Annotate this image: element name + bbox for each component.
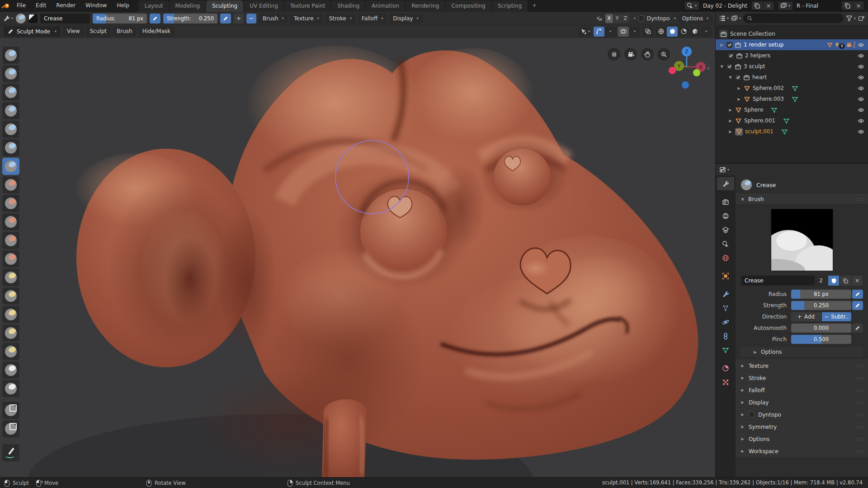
- brush-name-field[interactable]: Crease: [40, 14, 90, 23]
- tool-crease-brush[interactable]: [2, 158, 19, 175]
- blender-logo-icon[interactable]: [0, 3, 12, 9]
- gizmo-minus-x-ball[interactable]: [669, 67, 676, 74]
- disclosure-icon[interactable]: ▶: [728, 119, 733, 123]
- tool-smooth-brush[interactable]: [2, 176, 19, 193]
- copy-view-layer-icon[interactable]: [842, 1, 853, 10]
- panel-drag-grip[interactable]: ::::: [856, 197, 863, 202]
- scene-selector[interactable]: ▾ Day 02 - Delight ×: [684, 1, 774, 10]
- panel-drag-grip[interactable]: ::::: [856, 437, 863, 441]
- tab-shading[interactable]: Shading: [331, 0, 365, 12]
- eye-icon[interactable]: [858, 52, 864, 59]
- outliner-row-sphere-001[interactable]: ▶ Sphere.001: [716, 115, 868, 126]
- selectability-visibility-icon[interactable]: ▾: [579, 27, 591, 37]
- eye-icon[interactable]: [858, 96, 864, 103]
- pinch-slider[interactable]: 0.500: [791, 335, 851, 344]
- panel-drag-grip[interactable]: ::::: [856, 449, 863, 454]
- tool-blob-brush[interactable]: [2, 139, 19, 156]
- shading-rendered-icon[interactable]: [689, 27, 700, 37]
- properties-editor-icon[interactable]: ▾: [719, 166, 729, 173]
- menu-file[interactable]: File: [12, 0, 31, 11]
- shading-solid-icon[interactable]: [667, 27, 678, 37]
- crease-brush-preview-icon[interactable]: [16, 14, 26, 23]
- brush-options-subpanel[interactable]: ▶ Options: [741, 347, 863, 357]
- tab-constraint-properties[interactable]: [717, 329, 734, 343]
- disclosure-icon[interactable]: ▶: [736, 86, 741, 90]
- tab-render-properties[interactable]: [717, 195, 734, 208]
- tool-annotate[interactable]: [2, 444, 19, 461]
- direction-subtract-button[interactable]: −Subtr..: [822, 312, 852, 321]
- outliner-search-input[interactable]: [755, 15, 840, 22]
- tool-snake-hook-brush[interactable]: [2, 287, 19, 305]
- gizmo-minus-z-ball[interactable]: [682, 81, 689, 89]
- shading-options-chevron-icon[interactable]: ▾: [701, 27, 712, 37]
- direction-add-button[interactable]: +: [234, 14, 244, 23]
- navigation-gizmo[interactable]: Z Y X: [664, 38, 711, 94]
- add-workspace-button[interactable]: +: [528, 0, 541, 11]
- viewport-canvas[interactable]: [0, 25, 715, 477]
- panel-drag-grip[interactable]: ::::: [856, 425, 863, 429]
- panel-drag-grip[interactable]: ::::: [856, 376, 863, 380]
- view-menu[interactable]: View: [63, 26, 84, 37]
- sculpt-menu[interactable]: Sculpt: [86, 26, 111, 37]
- brush-name-field[interactable]: Crease 2: [741, 276, 827, 286]
- view-layer-selector[interactable]: ▾ R - Final ×: [778, 1, 864, 10]
- tab-compositing[interactable]: Compositing: [445, 0, 491, 12]
- eye-icon[interactable]: [858, 85, 864, 92]
- strength-pressure-button[interactable]: [852, 301, 863, 310]
- mirror-z-toggle[interactable]: Z: [622, 14, 629, 23]
- tab-material-properties[interactable]: [717, 361, 734, 375]
- outliner-row-heart[interactable]: ▼ heart: [716, 72, 868, 83]
- tool-grab-brush[interactable]: [2, 269, 19, 286]
- eye-icon[interactable]: [858, 74, 864, 81]
- mirror-x-toggle[interactable]: X: [605, 14, 613, 23]
- tab-object-properties[interactable]: [717, 269, 734, 282]
- xray-toggle-icon[interactable]: [642, 27, 653, 37]
- tool-nudge-brush[interactable]: [2, 324, 19, 342]
- radius-slider[interactable]: Radius: 81 px: [93, 14, 147, 23]
- texture-menu[interactable]: Texture▾: [290, 14, 323, 23]
- disclosure-icon[interactable]: ▼: [728, 75, 733, 80]
- outliner-row-sphere-002[interactable]: ▶ Sphere.002: [716, 83, 868, 94]
- fake-user-shield-icon[interactable]: [828, 276, 839, 286]
- tab-uv-editing[interactable]: UV Editing: [244, 0, 284, 12]
- editor-type-icon[interactable]: ▾: [3, 15, 13, 22]
- panel-workspace[interactable]: ▶ Workspace ::::: [736, 445, 868, 457]
- tool-box-mask[interactable]: [2, 420, 19, 437]
- tool-thumb-brush[interactable]: [2, 306, 19, 323]
- overlays-options-chevron-icon[interactable]: ▾: [629, 27, 640, 37]
- collection-checkbox[interactable]: [735, 75, 741, 80]
- disclosure-icon[interactable]: ▶: [719, 43, 724, 47]
- stroke-menu[interactable]: Stroke▾: [326, 14, 355, 23]
- close-scene-icon[interactable]: ×: [763, 1, 774, 10]
- direction-add-button[interactable]: +Add: [791, 312, 821, 321]
- tab-animation[interactable]: Animation: [366, 0, 405, 12]
- tab-output-properties[interactable]: [717, 209, 734, 222]
- disclosure-icon[interactable]: ▼: [719, 65, 724, 69]
- outliner-row-render-setup[interactable]: ▶ 1 render setup 9 ʃ: [716, 39, 868, 50]
- disclosure-icon[interactable]: ▶: [736, 97, 741, 101]
- radius-pressure-button[interactable]: [150, 14, 160, 23]
- outliner-row-sculpt-collection[interactable]: ▼ 3 sculpt: [716, 61, 868, 72]
- falloff-menu[interactable]: Falloff▾: [358, 14, 387, 23]
- tool-clay-brush[interactable]: [2, 65, 19, 82]
- menu-render[interactable]: Render: [51, 0, 80, 11]
- brush-users-count[interactable]: 2: [815, 276, 827, 286]
- collection-checkbox[interactable]: [726, 42, 732, 48]
- gizmo-options-chevron-icon[interactable]: ▾: [605, 27, 616, 37]
- gizmo-z-axis[interactable]: Z: [682, 47, 692, 56]
- display-menu[interactable]: Display▾: [389, 14, 422, 23]
- brush-menu-viewport[interactable]: Brush: [113, 26, 137, 37]
- camera-view-icon[interactable]: [624, 48, 637, 61]
- eye-icon[interactable]: [858, 42, 864, 48]
- options-menu[interactable]: Options▾: [679, 14, 712, 23]
- tab-texture-properties[interactable]: [717, 375, 734, 389]
- disclosure-icon[interactable]: ▶: [728, 130, 733, 134]
- dyntopo-chevron-icon[interactable]: ▾: [674, 16, 676, 20]
- brush-panel-header[interactable]: ▼ Brush ::::: [736, 194, 868, 205]
- strength-slider[interactable]: 0.250: [791, 301, 851, 310]
- tab-modeling[interactable]: Modeling: [170, 0, 206, 12]
- shading-material-preview-icon[interactable]: [678, 27, 689, 37]
- unlink-brush-icon[interactable]: ×: [852, 276, 863, 286]
- menu-help[interactable]: Help: [112, 0, 134, 11]
- tab-particle-properties[interactable]: [717, 301, 734, 314]
